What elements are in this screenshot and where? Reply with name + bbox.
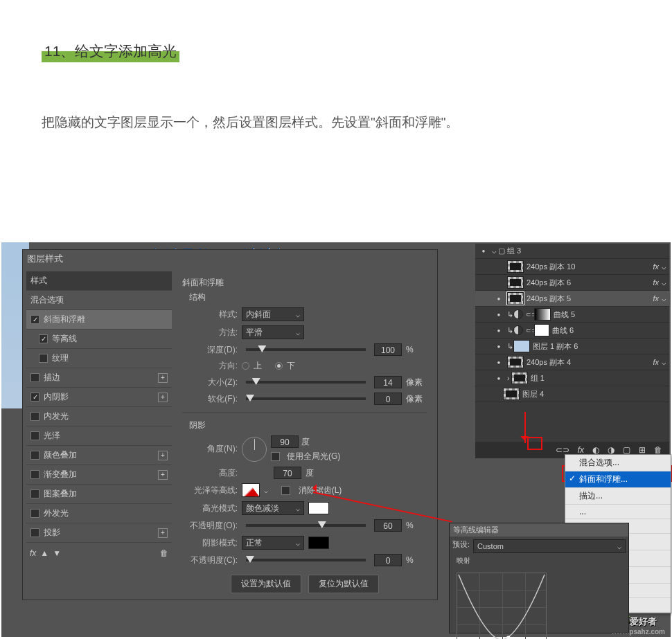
plus-icon[interactable]: + — [158, 451, 168, 460]
checkbox-icon[interactable] — [39, 334, 48, 343]
style-drop-shadow[interactable]: 投影+ — [26, 523, 172, 543]
sh-opacity-slider[interactable] — [246, 559, 366, 561]
style-texture[interactable]: 纹理 — [26, 349, 172, 368]
fx-icon[interactable]: fx — [30, 548, 36, 558]
style-select[interactable]: 内斜面⌵ — [242, 307, 304, 321]
plus-icon[interactable]: + — [158, 373, 168, 383]
style-color-overlay[interactable]: 颜色叠加+ — [26, 446, 172, 465]
menu-item[interactable]: ... — [565, 505, 671, 519]
set-default-button[interactable]: 设置为默认值 — [231, 575, 301, 593]
soften-slider[interactable] — [246, 397, 366, 400]
style-pattern-overlay[interactable]: 图案叠加 — [26, 485, 172, 504]
layer-row[interactable]: 240ps 副本 10fx⌵ — [475, 259, 669, 275]
arrow-up-icon[interactable]: ▲ — [40, 548, 48, 558]
size-input[interactable]: 14 — [374, 376, 402, 388]
checkbox-icon[interactable] — [30, 431, 39, 440]
sh-opacity-input[interactable]: 0 — [374, 554, 402, 566]
style-outer-glow[interactable]: 外发光 — [26, 504, 172, 523]
visibility-icon[interactable] — [493, 341, 504, 352]
plus-icon[interactable]: + — [158, 470, 168, 480]
menu-item-blend[interactable]: 混合选项... — [565, 455, 671, 471]
radio-up[interactable] — [242, 362, 249, 370]
technique-select[interactable]: 平滑⌵ — [242, 325, 304, 339]
layer-group[interactable]: ›组 1 — [475, 370, 669, 386]
reset-default-button[interactable]: 复位为默认值 — [308, 575, 379, 593]
blending-options[interactable]: 混合选项 — [26, 291, 172, 310]
link-icon[interactable]: ⊂⊃ — [556, 445, 569, 455]
checkbox-icon[interactable] — [30, 412, 39, 421]
hl-opacity-input[interactable]: 60 — [374, 519, 402, 532]
highlight-color[interactable] — [308, 502, 329, 514]
checkbox-icon[interactable] — [30, 528, 39, 537]
highlight-mode-select[interactable]: 颜色减淡⌵ — [242, 501, 304, 515]
folder-thumb — [511, 372, 528, 384]
visibility-icon[interactable] — [493, 309, 504, 320]
style-inner-shadow[interactable]: 内阴影+ — [26, 388, 172, 407]
style-stroke[interactable]: 描边+ — [26, 368, 172, 388]
checkbox-icon[interactable] — [30, 470, 39, 479]
hl-opacity-slider[interactable] — [246, 524, 366, 527]
visibility-icon[interactable] — [493, 325, 504, 336]
preset-select[interactable]: Custom⌵ — [473, 539, 626, 553]
visibility-icon[interactable] — [493, 357, 504, 368]
checkbox-icon[interactable] — [30, 373, 39, 382]
shadow-color[interactable] — [308, 537, 329, 549]
radio-down[interactable] — [275, 362, 283, 370]
plus-icon[interactable]: + — [158, 528, 168, 538]
visibility-icon[interactable] — [478, 246, 489, 257]
dialog-titlebar[interactable]: 等高线编辑器 — [450, 523, 628, 537]
checkbox-icon[interactable] — [30, 315, 39, 324]
new-layer-icon[interactable]: ⊞ — [639, 445, 646, 455]
trash-icon[interactable]: 🗑 — [160, 548, 168, 558]
chevron-down-icon: ⌵ — [296, 505, 300, 512]
folder-icon[interactable]: ▢ — [623, 445, 630, 455]
soften-input[interactable]: 0 — [374, 393, 402, 405]
visibility-icon[interactable] — [493, 372, 504, 384]
delete-icon[interactable]: 🗑 — [654, 445, 662, 455]
menu-item-bevel[interactable]: 斜面和浮雕... — [565, 471, 671, 488]
size-slider[interactable] — [246, 381, 366, 384]
field-label: 角度(N): — [182, 443, 238, 455]
antialias-checkbox[interactable] — [281, 486, 290, 495]
contour-curve-editor[interactable] — [457, 573, 547, 639]
layer-row[interactable]: ↳⊂⊃曲线 6 — [475, 323, 669, 339]
arrow-down-icon[interactable]: ▼ — [53, 548, 61, 558]
layer-row[interactable]: 240ps 副本 5fx⌵ — [475, 291, 669, 307]
checkbox-icon[interactable] — [39, 354, 48, 363]
angle-input[interactable]: 90 — [271, 435, 299, 448]
angle-widget[interactable] — [242, 437, 267, 462]
visibility-icon[interactable] — [489, 388, 500, 399]
checkbox-icon[interactable] — [30, 489, 39, 498]
style-inner-glow[interactable]: 内发光 — [26, 407, 172, 426]
layer-group[interactable]: ⌵▢ 组 3 — [475, 244, 669, 259]
style-bevel[interactable]: 斜面和浮雕 — [26, 310, 172, 330]
visibility-icon[interactable] — [493, 293, 504, 304]
chevron-down-icon[interactable]: ⌵ — [264, 487, 268, 494]
layer-row[interactable]: ↳⊂⊃曲线 5 — [475, 307, 669, 323]
style-contour[interactable]: 等高线 — [26, 330, 172, 349]
style-satin[interactable]: 光泽 — [26, 426, 172, 446]
layer-row[interactable]: 240ps 副本 4fx⌵ — [475, 354, 669, 370]
depth-slider[interactable] — [246, 348, 366, 351]
checkbox-icon[interactable] — [30, 393, 39, 402]
menu-item-stroke[interactable]: 描边... — [565, 488, 671, 505]
mask-icon[interactable]: ◐ — [592, 445, 599, 455]
global-light-checkbox[interactable] — [271, 452, 280, 461]
altitude-input[interactable]: 70 — [274, 467, 301, 479]
layer-row[interactable]: ↳图层 1 副本 6 — [475, 339, 669, 354]
plus-icon[interactable]: + — [158, 393, 168, 402]
checkbox-icon[interactable] — [30, 451, 39, 460]
shadow-mode-select[interactable]: 正常⌵ — [242, 536, 304, 550]
field-label: 不透明度(C): — [182, 555, 238, 566]
adjustment-icon[interactable]: ◑ — [608, 445, 614, 455]
style-gradient-overlay[interactable]: 渐变叠加+ — [26, 465, 172, 485]
layer-row[interactable]: 240ps 副本 6fx⌵ — [475, 275, 669, 291]
checkbox-icon[interactable] — [30, 509, 39, 518]
visibility-icon[interactable] — [493, 277, 504, 288]
layer-row[interactable]: 图层 4 — [475, 386, 669, 402]
contour-picker[interactable] — [242, 483, 260, 497]
styles-header[interactable]: 样式 — [26, 271, 172, 291]
fx-icon[interactable]: fx — [578, 445, 584, 455]
depth-input[interactable]: 100 — [374, 343, 402, 356]
visibility-icon[interactable] — [493, 261, 504, 272]
